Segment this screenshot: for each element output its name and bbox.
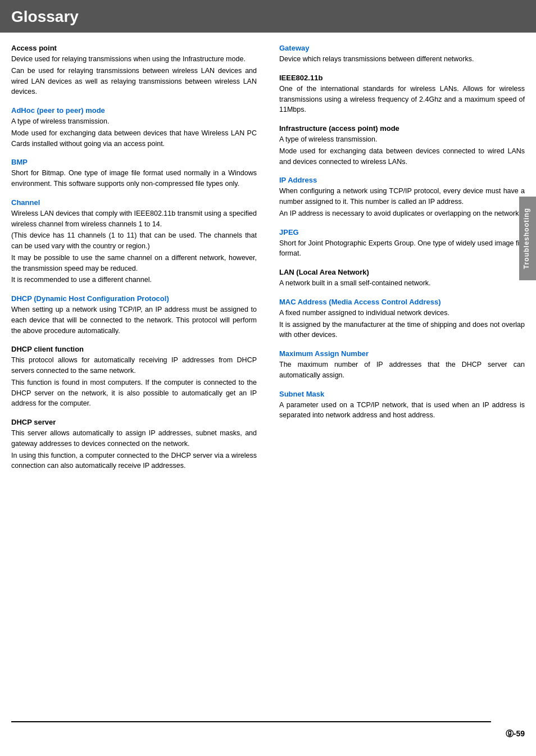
term-block-jpeg: JPEGShort for Joint Photographic Experts… — [279, 228, 525, 259]
term-body-access-point: Device used for relaying transmissions w… — [11, 54, 257, 97]
term-block-channel: ChannelWireless LAN devices that comply … — [11, 198, 257, 285]
term-title-access-point: Access point — [11, 44, 257, 52]
term-block-dhcp: DHCP (Dynamic Host Configuration Protoco… — [11, 294, 257, 336]
left-column: Access pointDevice used for relaying tra… — [11, 44, 262, 480]
term-block-dhcp-server: DHCP serverThis server allows automatica… — [11, 418, 257, 471]
term-block-maximum-assign: Maximum Assign NumberThe maximum number … — [279, 349, 525, 381]
term-block-dhcp-client: DHCP client functionThis protocol allows… — [11, 345, 257, 409]
page-header: Glossary — [0, 0, 536, 33]
term-block-infrastructure: Infrastructure (access point) modeA type… — [279, 124, 525, 167]
right-column: GatewayDevice which relays transmissions… — [274, 44, 525, 480]
term-title-ieee: IEEE802.11b — [279, 74, 525, 82]
term-block-bmp: BMPShort for Bitmap. One type of image f… — [11, 158, 257, 189]
term-body-dhcp-client: This protocol allows for automatically r… — [11, 355, 257, 409]
main-content: Access pointDevice used for relaying tra… — [0, 38, 536, 480]
term-title-maximum-assign: Maximum Assign Number — [279, 349, 525, 358]
term-body-dhcp: When setting up a network using TCP/IP, … — [11, 304, 257, 336]
side-tab: Troubleshooting — [519, 197, 536, 280]
term-title-jpeg: JPEG — [279, 228, 525, 236]
term-title-subnet-mask: Subnet Mask — [279, 390, 525, 398]
page-title: Glossary — [11, 8, 525, 26]
term-title-dhcp-client: DHCP client function — [11, 345, 257, 353]
term-body-gateway: Device which relays transmissions betwee… — [279, 54, 525, 65]
term-body-channel: Wireless LAN devices that comply with IE… — [11, 208, 257, 285]
term-title-mac-address: MAC Address (Media Access Control Addres… — [279, 298, 525, 306]
footer-bar — [11, 721, 491, 722]
term-body-subnet-mask: A parameter used on a TCP/IP network, th… — [279, 400, 525, 421]
term-block-lan: LAN (Local Area Network)A network built … — [279, 268, 525, 289]
term-block-mac-address: MAC Address (Media Access Control Addres… — [279, 298, 525, 340]
term-body-mac-address: A fixed number assigned to individual ne… — [279, 308, 525, 340]
term-block-subnet-mask: Subnet MaskA parameter used on a TCP/IP … — [279, 390, 525, 421]
term-body-maximum-assign: The maximum number of IP addresses that … — [279, 359, 525, 381]
term-body-adhoc: A type of wireless transmission.Mode use… — [11, 116, 257, 149]
term-title-dhcp: DHCP (Dynamic Host Configuration Protoco… — [11, 294, 257, 303]
term-block-ip-address: IP AddressWhen configuring a network usi… — [279, 176, 525, 218]
term-block-gateway: GatewayDevice which relays transmissions… — [279, 44, 525, 65]
term-title-dhcp-server: DHCP server — [11, 418, 257, 426]
term-block-ieee: IEEE802.11bOne of the international stan… — [279, 74, 525, 115]
term-title-lan: LAN (Local Area Network) — [279, 268, 525, 276]
term-block-adhoc: AdHoc (peer to peer) modeA type of wirel… — [11, 106, 257, 149]
term-body-infrastructure: A type of wireless transmission.Mode use… — [279, 134, 525, 167]
term-title-adhoc: AdHoc (peer to peer) mode — [11, 106, 257, 115]
term-body-dhcp-server: This server allows automatically to assi… — [11, 428, 257, 471]
term-title-gateway: Gateway — [279, 44, 525, 52]
page-number: ⓖ-59 — [506, 729, 525, 739]
term-body-jpeg: Short for Joint Photographic Experts Gro… — [279, 238, 525, 259]
term-title-channel: Channel — [11, 198, 257, 207]
term-body-ieee: One of the international standards for w… — [279, 84, 525, 115]
term-body-lan: A network built in a small self-containe… — [279, 278, 525, 289]
term-body-ip-address: When configuring a network using TCP/IP … — [279, 186, 525, 218]
term-title-bmp: BMP — [11, 158, 257, 166]
term-block-access-point: Access pointDevice used for relaying tra… — [11, 44, 257, 97]
term-body-bmp: Short for Bitmap. One type of image file… — [11, 168, 257, 189]
term-title-ip-address: IP Address — [279, 176, 525, 184]
term-title-infrastructure: Infrastructure (access point) mode — [279, 124, 525, 133]
